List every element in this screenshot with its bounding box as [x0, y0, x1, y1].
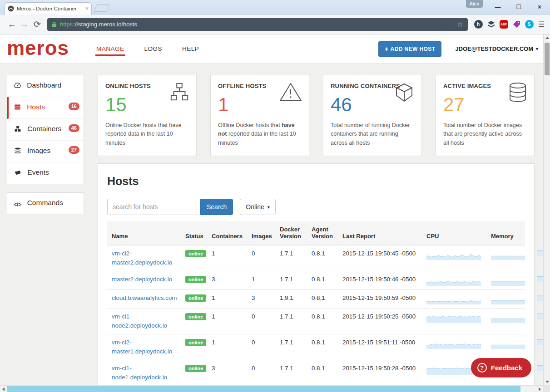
sidebar-item-commands[interactable]: </> Commands: [7, 193, 84, 214]
nav-item-manage[interactable]: MANAGE: [95, 42, 125, 56]
last-report: 2015-12-15 19:50:25 -0500: [338, 312, 422, 321]
status-filter-dropdown[interactable]: Online ▾: [240, 199, 276, 215]
chevron-down-icon: ▾: [536, 46, 538, 51]
images-count: 0: [247, 364, 275, 373]
stat-card: ACTIVE IMAGES 27 Total number of Docker …: [436, 75, 535, 156]
containers-count: 1: [207, 249, 247, 258]
column-header-containers[interactable]: Containers: [207, 233, 247, 240]
sidebar-item-label: Commands: [27, 199, 63, 206]
scroll-left-arrow[interactable]: [0, 386, 7, 392]
last-report: 2015-12-15 19:50:28 -0500: [338, 364, 422, 373]
add-host-label: ADD NEW HOST: [391, 46, 436, 52]
back-icon[interactable]: ←: [5, 20, 18, 29]
host-name-link[interactable]: cloud.biwaanalytics.com: [112, 294, 177, 301]
memory-sparkline-fragment: [537, 339, 543, 345]
close-icon[interactable]: ✕: [529, 0, 550, 14]
last-report: 2015-12-15 19:51:11 -0500: [338, 338, 422, 347]
host-name-link[interactable]: vm-cl1-node2.deploydock.io: [112, 313, 167, 329]
host-name-link[interactable]: vm-cl1-node1.deploydock.io: [112, 365, 167, 381]
menu-icon[interactable]: ☰: [538, 20, 545, 29]
bookmark-star-icon[interactable]: ☆: [457, 20, 463, 29]
stat-card: OFFLINE HOSTS 1 Offline Docker hosts tha…: [210, 75, 309, 156]
sidebar-nav-card: Dashboard Hosts 16 Containers 46 Images …: [7, 75, 84, 184]
feedback-button[interactable]: ? Feedback: [471, 358, 531, 377]
hootsuite-icon: h: [474, 20, 483, 29]
nav-item-logs[interactable]: LOGS: [144, 42, 164, 56]
meros-logo[interactable]: meros: [7, 38, 69, 58]
table-row: vm-cl1-node2.deploydock.io online 1 0 1.…: [107, 309, 525, 334]
search-button[interactable]: Search: [200, 199, 233, 215]
tab-close-icon[interactable]: ×: [85, 6, 89, 11]
scroll-right-arrow[interactable]: [536, 386, 543, 392]
vertical-scrollbar[interactable]: [543, 34, 550, 385]
hosts-panel: Hosts Search Online ▾ Name Status Contai…: [98, 163, 535, 385]
column-header-memory[interactable]: Memory: [486, 233, 525, 240]
stat-card: RUNNING CONTAINERS 46 Total number of ru…: [323, 75, 422, 156]
sidebar-item-hosts[interactable]: Hosts 16: [7, 97, 84, 119]
agent-version: 0.8.1: [307, 294, 338, 303]
sidebar-item-dashboard[interactable]: Dashboard: [7, 75, 84, 97]
column-header-status[interactable]: Status: [181, 233, 207, 240]
url-text: ://staging.meros.io/hosts: [73, 21, 454, 28]
sidebar-item-images[interactable]: Images 27: [7, 141, 84, 162]
scroll-up-arrow[interactable]: [544, 34, 550, 41]
sidebar-commands-card: </> Commands: [7, 192, 84, 214]
sidebar-item-containers[interactable]: Containers 46: [7, 119, 84, 141]
refresh-icon[interactable]: ⟳: [31, 19, 44, 29]
extension-button[interactable]: [487, 20, 495, 29]
memory-sparkline-fragment: [537, 365, 543, 371]
address-bar[interactable]: https ://staging.meros.io/hosts ☆: [47, 18, 468, 31]
memory-sparkline-fragment: [537, 314, 543, 319]
search-input[interactable]: [107, 199, 200, 215]
horizontal-scroll-thumb[interactable]: [7, 386, 520, 392]
layers-icon: [487, 20, 495, 29]
host-name-link[interactable]: vm-cl2-master1.deploydock.io: [112, 339, 172, 355]
host-name-link[interactable]: master2.deploydock.io: [112, 276, 172, 283]
memory-sparkline: [491, 313, 525, 323]
extension-button[interactable]: S: [525, 20, 534, 29]
extension-button[interactable]: h: [474, 20, 483, 29]
agent-version: 0.8.1: [307, 364, 338, 373]
nav-item-help[interactable]: HELP: [181, 42, 200, 56]
extension-cluster: h ABP S: [474, 20, 534, 29]
column-header-cpu[interactable]: CPU: [422, 233, 486, 240]
search-row: Search Online ▾: [107, 199, 525, 215]
browser-tab[interactable]: Meros - Docker Container ×: [5, 2, 92, 15]
minimize-icon[interactable]: —: [487, 0, 508, 14]
horizontal-scrollbar[interactable]: [0, 385, 543, 392]
sidebar-item-badge: 46: [69, 124, 79, 132]
favicon: [8, 5, 14, 12]
extension-button[interactable]: [512, 20, 521, 29]
maximize-icon[interactable]: ☐: [508, 0, 529, 14]
column-header-agent-version[interactable]: Agent Version: [307, 226, 338, 240]
docker-version: 1.7.1: [275, 312, 307, 321]
table-row: master2.deploydock.io online 3 1 1.7.1 0…: [107, 271, 525, 290]
column-header-last-report[interactable]: Last Report: [338, 233, 422, 240]
last-report: 2015-12-15 19:50:46 -0500: [338, 275, 422, 284]
forward-icon[interactable]: →: [18, 20, 31, 29]
status-badge: online: [185, 365, 206, 372]
sidebar-item-events[interactable]: Events: [7, 162, 84, 184]
dashboard-icon: [14, 82, 21, 91]
column-header-docker-version[interactable]: Docker Version: [275, 226, 307, 240]
host-name-link[interactable]: vm-cl2-master2.deploydock.io: [112, 250, 172, 266]
last-report: 2015-12-15 19:50:59 -0500: [338, 294, 422, 303]
account-dropdown[interactable]: JDOE@TESTDOCKER.COM ▾: [455, 45, 538, 52]
stat-description: Total number of running Docker container…: [331, 121, 414, 147]
vertical-scroll-thumb[interactable]: [545, 43, 550, 75]
tab-title: Meros - Docker Container: [17, 6, 83, 11]
column-header-name[interactable]: Name: [107, 233, 181, 240]
memory-sparkline: [491, 250, 525, 260]
status-badge: online: [185, 276, 206, 283]
new-tab-button[interactable]: [94, 4, 110, 12]
column-header-images[interactable]: Images: [247, 233, 275, 240]
page-content: Dashboard Hosts 16 Containers 46 Images …: [0, 64, 550, 385]
scroll-down-arrow[interactable]: [544, 378, 550, 385]
filter-label: Online: [246, 203, 264, 211]
chevron-down-icon: ▾: [268, 205, 270, 210]
extension-button[interactable]: ABP: [500, 20, 508, 29]
containers-count: 3: [207, 364, 247, 373]
add-new-host-button[interactable]: + ADD NEW HOST: [378, 41, 441, 57]
agent-version: 0.8.1: [307, 275, 338, 284]
browser-profile-button[interactable]: Alex: [466, 0, 483, 8]
